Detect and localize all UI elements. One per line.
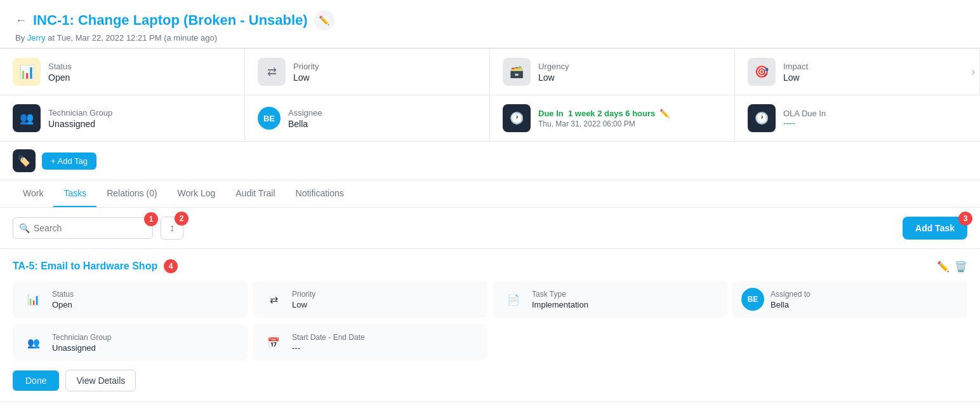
task-tech-group-value: Unassigned [52, 343, 111, 353]
impact-card[interactable]: 🎯 Impact Low [735, 49, 980, 95]
tag-icon: 🏷️ [13, 149, 36, 172]
task-date-label: Start Date - End Date [292, 333, 365, 342]
priority-card[interactable]: ⇄ Priority Low [245, 49, 490, 95]
due-date-sub: Thu, Mar 31, 2022 06:00 PM [538, 119, 670, 128]
priority-label: Priority [293, 62, 319, 71]
task-edit-button[interactable]: ✏️ [937, 261, 950, 273]
urgency-icon: 🗃️ [503, 58, 531, 86]
task-tech-group-icon: 👥 [22, 330, 46, 355]
ola-icon: 🕐 [748, 104, 776, 132]
badge-1: 1 [144, 212, 158, 226]
task-date-value: --- [292, 343, 365, 353]
impact-label: Impact [783, 62, 808, 71]
task-tech-group-label: Technician Group [52, 333, 111, 342]
tab-tasks[interactable]: Tasks [53, 180, 96, 207]
view-details-button[interactable]: View Details [65, 370, 136, 391]
priority-icon: ⇄ [258, 58, 286, 86]
task-title[interactable]: TA-5: Email to Hardware Shop [13, 261, 157, 272]
task-status-value: Open [52, 300, 74, 309]
urgency-label: Urgency [538, 62, 569, 71]
due-in-icon: 🕐 [503, 104, 531, 132]
badge-4: 4 [164, 259, 178, 273]
priority-value: Low [293, 72, 319, 83]
task-date-icon: 📅 [262, 330, 286, 355]
subtitle-by: By [15, 33, 25, 43]
task-priority-icon: ⇄ [262, 287, 286, 311]
task-priority-label: Priority [292, 290, 315, 299]
task-type-card: 📄 Task Type Implementation [493, 281, 727, 318]
tab-relations[interactable]: Relations (0) [96, 180, 167, 207]
tab-worklog[interactable]: Work Log [168, 180, 226, 207]
search-wrapper: 🔍 1 [13, 217, 153, 239]
back-arrow[interactable]: ← [15, 14, 27, 27]
add-tag-button[interactable]: + Add Tag [42, 152, 96, 170]
badge-3: 3 [958, 212, 972, 226]
task-delete-button[interactable]: 🗑️ [955, 261, 967, 273]
impact-icon: 🎯 [748, 58, 776, 86]
status-value: Open [48, 72, 72, 83]
ola-card[interactable]: 🕐 OLA Due In ---- [735, 95, 980, 141]
sort-button-wrapper: ↕ 2 [161, 217, 183, 240]
task-assigned-label: Assigned to [771, 290, 811, 299]
search-input[interactable] [13, 217, 153, 239]
status-card[interactable]: 📊 Status Open [0, 49, 245, 95]
task-type-icon: 📄 [501, 287, 526, 311]
ola-label: OLA Due In [783, 109, 826, 118]
tech-group-icon: 👥 [13, 104, 41, 132]
task-type-label: Task Type [532, 290, 588, 299]
search-icon: 🔍 [19, 223, 30, 233]
badge-2: 2 [175, 212, 189, 226]
ticket-title: INC-1: Change Laptop (Broken - Unsable) [33, 12, 308, 29]
due-in-card[interactable]: 🕐 Due In 1 week 2 days 6 hours ✏️ Thu, M… [490, 95, 735, 141]
tech-group-value: Unassigned [48, 119, 112, 129]
subtitle-at: at Tue, Mar 22, 2022 12:21 PM (a minute … [48, 33, 217, 43]
task-type-value: Implementation [532, 300, 588, 309]
assignee-card[interactable]: BE Assignee Bella [245, 95, 490, 141]
edit-title-button[interactable]: ✏️ [314, 10, 334, 30]
tab-audit[interactable]: Audit Trail [225, 180, 285, 207]
tab-notifications[interactable]: Notifications [286, 180, 354, 207]
task-assigned-card: BE Assigned to Bella [732, 281, 967, 318]
impact-value: Low [783, 72, 808, 83]
task-assigned-value: Bella [771, 300, 811, 309]
task-status-icon: 📊 [22, 287, 46, 311]
tech-group-card[interactable]: 👥 Technician Group Unassigned [0, 95, 245, 141]
assignee-value: Bella [288, 119, 322, 129]
user-link[interactable]: Jerry [27, 33, 46, 43]
tab-work[interactable]: Work [13, 180, 53, 207]
urgency-card[interactable]: 🗃️ Urgency Low [490, 49, 735, 95]
done-button[interactable]: Done [13, 370, 59, 391]
urgency-value: Low [538, 72, 569, 83]
ola-value: ---- [783, 118, 826, 128]
task-date-card: 📅 Start Date - End Date --- [253, 324, 487, 361]
status-label: Status [48, 62, 72, 71]
assignee-label: Assignee [288, 108, 322, 118]
assignee-avatar: BE [258, 107, 281, 130]
add-task-wrapper: Add Task 3 [903, 217, 967, 240]
task-priority-value: Low [292, 300, 315, 309]
task-priority-card: ⇄ Priority Low [253, 281, 487, 318]
task-assigned-avatar: BE [741, 288, 764, 311]
task-status-card: 📊 Status Open [13, 281, 248, 318]
add-task-button[interactable]: Add Task [903, 217, 967, 240]
task-status-label: Status [52, 290, 74, 299]
task-tech-group-card: 👥 Technician Group Unassigned [13, 324, 248, 361]
due-in-green: Due In 1 week 2 days 6 hours ✏️ [538, 109, 670, 118]
status-icon: 📊 [13, 58, 41, 86]
tech-group-label: Technician Group [48, 108, 112, 118]
chevron-right-icon[interactable]: › [972, 66, 975, 78]
